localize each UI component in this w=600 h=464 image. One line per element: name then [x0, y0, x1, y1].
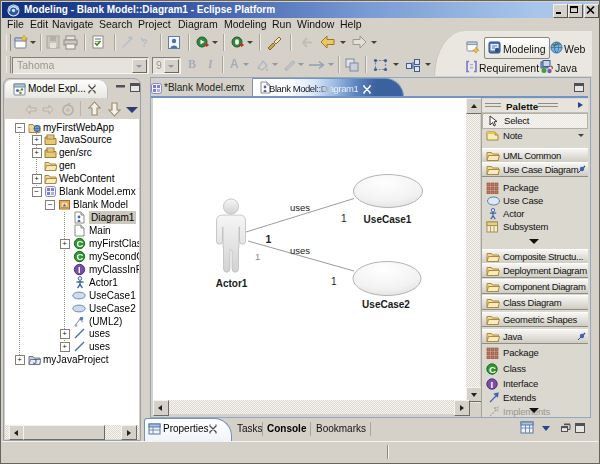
svg-text:C: C	[489, 364, 496, 375]
svg-text:1: 1	[255, 251, 260, 262]
svg-text:Actor1: Actor1	[216, 278, 248, 289]
svg-text:1: 1	[331, 276, 337, 287]
svg-text:C: C	[76, 251, 83, 262]
svg-text:UseCase1: UseCase1	[364, 214, 412, 225]
svg-text:J: J	[33, 358, 37, 365]
svg-text:1: 1	[266, 233, 272, 245]
svg-text:I: I	[78, 264, 81, 275]
svg-text:C: C	[76, 238, 83, 249]
svg-text:uses: uses	[290, 245, 310, 256]
svg-text:UseCase2: UseCase2	[362, 299, 410, 310]
svg-text:uses: uses	[290, 202, 310, 213]
svg-text:1: 1	[341, 213, 347, 224]
svg-text:I: I	[491, 379, 493, 390]
